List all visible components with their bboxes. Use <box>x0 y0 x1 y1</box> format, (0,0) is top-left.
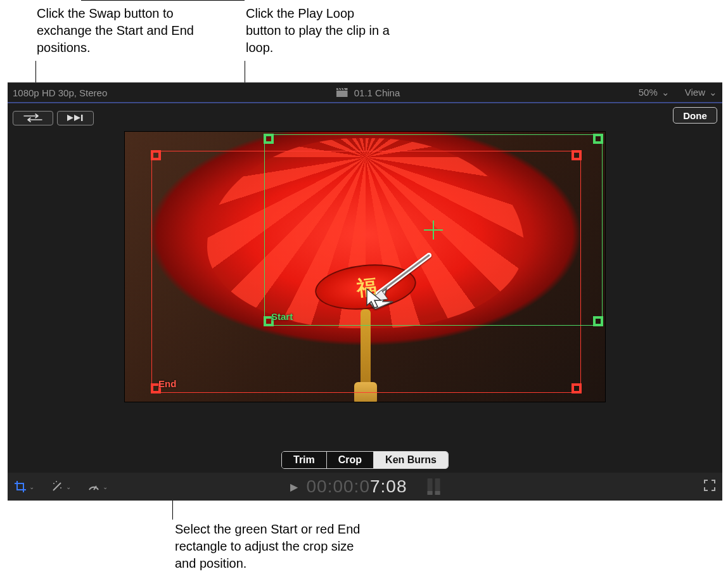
swap-button[interactable] <box>13 111 53 125</box>
callout-loop: Click the Play Loop button to play the c… <box>246 5 392 56</box>
magic-wand-icon <box>51 480 63 493</box>
end-rect-handle[interactable] <box>151 150 161 160</box>
fullscreen-button[interactable] <box>703 479 716 494</box>
end-rect-label: End <box>156 378 179 390</box>
chevron-down-icon: ⌄ <box>661 87 670 98</box>
viewer-info-bar: 1080p HD 30p, Stereo 01.1 China 50% ⌄ Vi… <box>8 83 722 103</box>
audio-meter <box>427 478 440 495</box>
svg-point-13 <box>56 481 57 482</box>
zoom-dropdown[interactable]: 50% ⌄ <box>639 87 670 98</box>
transport-bar: ⌄ ⌄ ⌄ ▶ 00:00:07:08 <box>8 473 722 501</box>
play-loop-icon <box>65 113 86 122</box>
crop-tool-dropdown[interactable]: ⌄ <box>14 480 34 493</box>
swap-icon <box>20 113 46 122</box>
mode-crop-button[interactable]: Crop <box>327 452 374 468</box>
svg-marker-5 <box>67 115 73 121</box>
svg-marker-6 <box>74 115 80 121</box>
timecode-bright: 7:08 <box>370 476 407 496</box>
end-rect-handle[interactable] <box>572 383 582 393</box>
start-rect-label: Start <box>269 310 295 323</box>
timecode-display: ▶ 00:00:07:08 <box>290 476 440 497</box>
start-rect-center-icon <box>424 220 443 240</box>
viewer-panel: 1080p HD 30p, Stereo 01.1 China 50% ⌄ Vi… <box>8 82 722 501</box>
chevron-down-icon: ⌄ <box>709 87 717 98</box>
end-rect-handle[interactable] <box>151 383 161 393</box>
callout-rects: Select the green Start or red End rectan… <box>175 521 365 572</box>
timecode-dim: 00:00:0 <box>307 476 370 496</box>
mode-trim-button[interactable]: Trim <box>282 452 327 468</box>
viewer-toolbar: Done <box>8 103 722 129</box>
crop-mode-segment: Trim Crop Ken Burns <box>281 451 449 469</box>
callout-line <box>81 0 245 1</box>
play-loop-button[interactable] <box>57 111 94 125</box>
svg-rect-0 <box>336 91 348 97</box>
svg-marker-10 <box>367 289 381 308</box>
svg-rect-7 <box>81 115 83 121</box>
callout-swap: Click the Swap button to exchange the St… <box>37 5 220 56</box>
speedometer-icon <box>87 480 100 493</box>
clapperboard-icon <box>336 88 348 97</box>
mode-kenburns-button[interactable]: Ken Burns <box>374 452 448 468</box>
retime-tool-dropdown[interactable]: ⌄ <box>87 480 108 493</box>
svg-point-11 <box>53 483 54 484</box>
fullscreen-icon <box>703 479 716 492</box>
clip-name-label: 01.1 China <box>354 87 400 98</box>
start-rect-handle[interactable] <box>593 316 603 326</box>
viewer-stage: 福 End Start <box>8 131 722 454</box>
chevron-down-icon: ⌄ <box>66 483 71 490</box>
crop-icon <box>14 480 27 493</box>
clip-preview[interactable]: 福 End Start <box>124 131 606 402</box>
start-rect-handle[interactable] <box>264 134 274 144</box>
play-icon[interactable]: ▶ <box>290 481 298 493</box>
chevron-down-icon: ⌄ <box>103 483 108 490</box>
cursor-icon <box>366 288 382 309</box>
clip-format-label: 1080p HD 30p, Stereo <box>13 87 107 98</box>
done-button[interactable]: Done <box>673 107 717 124</box>
svg-point-12 <box>60 487 61 489</box>
chevron-down-icon: ⌄ <box>29 483 34 490</box>
start-rect-handle[interactable] <box>593 134 603 144</box>
view-dropdown[interactable]: View ⌄ <box>685 87 717 98</box>
enhance-tool-dropdown[interactable]: ⌄ <box>51 480 71 493</box>
